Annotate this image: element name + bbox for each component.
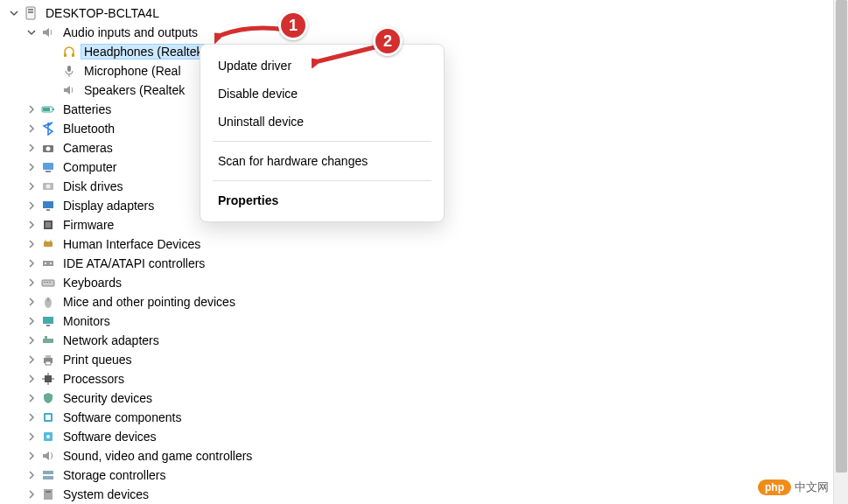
svg-rect-24 [44,282,46,283]
category-label[interactable]: Cameras [60,140,116,156]
chevron-right-icon[interactable] [25,218,39,232]
software-comp-icon [40,410,56,425]
category-label[interactable]: Print queues [60,352,136,368]
speaker-icon [61,82,77,98]
category-label[interactable]: Display adapters [60,198,158,214]
svg-point-40 [46,435,50,438]
category-label[interactable]: Audio inputs and outputs [60,24,201,40]
category-label[interactable]: Computer [60,159,120,175]
tree-category-audio[interactable]: Audio inputs and outputs [4,23,848,42]
scrollbar-thumb[interactable] [836,0,847,472]
menu-disable-device[interactable]: Disable device [200,80,444,108]
menu-uninstall-device[interactable]: Uninstall device [200,108,444,136]
category-label[interactable]: Sound, video and game controllers [60,448,256,464]
chevron-right-icon[interactable] [25,179,39,193]
chevron-right-icon[interactable] [25,314,39,328]
chevron-down-icon[interactable] [7,6,21,20]
tree-category[interactable]: Human Interface Devices [4,234,848,254]
tree-category[interactable]: Processors [4,369,848,388]
chevron-right-icon[interactable] [25,468,39,482]
category-label[interactable]: Mice and other pointing devices [60,294,239,310]
printer-icon [40,352,56,368]
chevron-right-icon[interactable] [25,430,39,444]
tree-category[interactable]: System devices [4,485,848,504]
tree-category[interactable]: Keyboards [4,273,848,292]
category-label[interactable]: Software devices [60,429,160,444]
chevron-right-icon[interactable] [25,256,39,270]
chevron-right-icon[interactable] [25,199,39,213]
svg-rect-20 [43,261,53,266]
chevron-right-icon[interactable] [25,295,39,309]
tree-category[interactable]: Print queues [4,350,848,369]
chevron-right-icon[interactable] [25,141,39,155]
category-label[interactable]: System devices [60,486,152,502]
tree-category[interactable]: Security devices [4,388,848,408]
storage-icon [40,467,56,483]
category-label[interactable]: Disk drives [60,178,126,194]
headphones-icon [61,44,77,60]
menu-properties[interactable]: Properties [200,186,444,214]
tree-category[interactable]: Software devices [4,427,848,446]
root-label[interactable]: DESKTOP-BCLTA4L [42,5,163,21]
tree-category[interactable]: IDE ATA/ATAPI controllers [4,254,848,273]
chevron-right-icon[interactable] [25,333,39,347]
hid-icon [40,236,56,252]
watermark: php 中文网 [758,480,829,495]
svg-rect-23 [42,280,54,286]
category-label[interactable]: Keyboards [60,275,125,290]
tree-category[interactable]: Monitors [4,312,848,331]
processor-icon [40,371,56,387]
category-label[interactable]: Processors [60,371,128,387]
device-label[interactable]: Microphone (Real [81,63,185,79]
category-label[interactable]: Network adapters [60,332,163,348]
svg-rect-19 [44,242,53,247]
svg-rect-35 [46,361,51,365]
svg-rect-42 [43,476,53,480]
tree-category[interactable]: Network adapters [4,331,848,350]
category-label[interactable]: Software components [60,410,185,425]
chevron-right-icon[interactable] [25,449,39,463]
chevron-right-icon[interactable] [25,160,39,174]
chevron-right-icon[interactable] [25,237,39,251]
category-label[interactable]: Security devices [60,390,156,406]
chevron-right-icon[interactable] [25,391,39,405]
tree-category[interactable]: Mice and other pointing devices [4,292,848,312]
chevron-right-icon[interactable] [25,102,39,116]
chevron-right-icon[interactable] [25,276,39,290]
svg-rect-5 [67,66,71,72]
svg-rect-43 [44,489,53,500]
tree-category[interactable]: Storage controllers [4,466,848,485]
disk-icon [40,178,56,194]
svg-point-22 [50,262,52,264]
menu-scan-hardware[interactable]: Scan for hardware changes [200,147,444,175]
category-label[interactable]: Human Interface Devices [60,236,204,252]
category-label[interactable]: Bluetooth [60,121,118,136]
svg-rect-25 [46,282,48,283]
category-label[interactable]: IDE ATA/ATAPI controllers [60,256,208,271]
chevron-right-icon[interactable] [25,410,39,424]
chevron-down-icon[interactable] [25,25,39,39]
mouse-icon [40,294,56,310]
svg-rect-12 [46,171,51,172]
software-dev-icon [40,429,56,444]
computer-icon [40,159,56,175]
monitor-icon [40,313,56,329]
computer-icon [23,5,39,21]
menu-update-driver[interactable]: Update driver [200,52,444,80]
chevron-right-icon[interactable] [25,487,39,501]
svg-rect-3 [64,53,67,57]
category-label[interactable]: Storage controllers [60,467,170,483]
context-menu: Update driver Disable device Uninstall d… [200,44,445,222]
chevron-right-icon[interactable] [25,353,39,367]
category-label[interactable]: Batteries [60,102,115,117]
tree-category[interactable]: Sound, video and game controllers [4,446,848,466]
category-label[interactable]: Firmware [60,217,117,233]
category-label[interactable]: Monitors [60,313,114,329]
chevron-right-icon[interactable] [25,122,39,136]
battery-icon [40,102,56,117]
chevron-right-icon[interactable] [25,372,39,386]
tree-category[interactable]: Software components [4,408,848,427]
tree-root[interactable]: DESKTOP-BCLTA4L [4,4,848,23]
device-label[interactable]: Speakers (Realtek [81,82,188,98]
vertical-scrollbar[interactable] [833,0,848,504]
